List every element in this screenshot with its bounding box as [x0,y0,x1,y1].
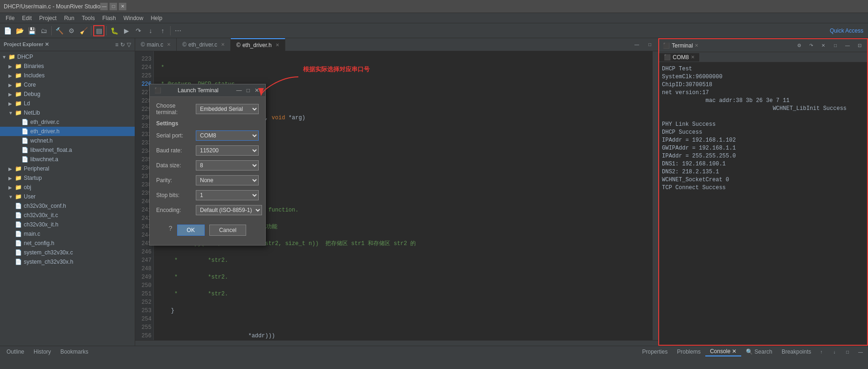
modal-serial-port-label: Serial port: [156,132,196,139]
modal-choose-terminal-row: Choose terminal: Embedded Serial [156,102,259,116]
modal-buttons: ? OK Cancel [156,221,259,239]
modal-baud-label: Baud rate: [156,147,196,154]
modal-help-icon[interactable]: ? [169,225,172,236]
modal-body: Choose terminal: Embedded Serial Setting… [150,97,265,245]
modal-encoding-select[interactable]: Default (ISO-8859-1) [196,205,262,215]
modal-parity-row: Parity: None [156,175,259,185]
modal-icon: ⬛ [154,87,161,94]
modal-encoding-label: Encoding: [156,207,196,213]
modal-data-size-select[interactable]: 8 [196,160,259,171]
modal-encoding-row: Encoding: Default (ISO-8859-1) [156,205,259,215]
modal-title: Launch Terminal [178,87,219,94]
modal-baud-row: Baud rate: 115200 [156,145,259,156]
modal-data-size-label: Data size: [156,162,196,169]
modal-stop-bits-label: Stop bits: [156,192,196,198]
modal-serial-port-select[interactable]: COM8 [196,130,259,141]
modal-choose-terminal-label: Choose terminal: [156,102,196,116]
modal-parity-select[interactable]: None [196,175,259,185]
modal-overlay: ⬛ Launch Terminal — □ ✕ Choose terminal:… [0,0,868,369]
modal-terminal-select[interactable]: Embedded Serial [196,104,259,114]
modal-serial-port-row: Serial port: COM8 [156,130,259,141]
modal-parity-label: Parity: [156,177,196,184]
modal-stop-bits-select[interactable]: 1 [196,190,259,200]
modal-title-bar: ⬛ Launch Terminal — □ ✕ [150,84,265,97]
modal-maximize[interactable]: □ [245,87,251,94]
modal-stop-bits-row: Stop bits: 1 [156,190,259,200]
modal-settings-label: Settings [156,120,259,127]
launch-terminal-modal: ⬛ Launch Terminal — □ ✕ Choose terminal:… [149,84,266,246]
modal-title-icons: — □ ✕ [235,87,261,94]
modal-minimize[interactable]: — [235,87,243,94]
modal-cancel-button[interactable]: Cancel [209,225,246,236]
modal-baud-select[interactable]: 115200 [196,145,259,156]
modal-ok-button[interactable]: OK [177,225,205,236]
modal-data-size-row: Data size: 8 [156,160,259,171]
modal-close[interactable]: ✕ [253,87,261,94]
